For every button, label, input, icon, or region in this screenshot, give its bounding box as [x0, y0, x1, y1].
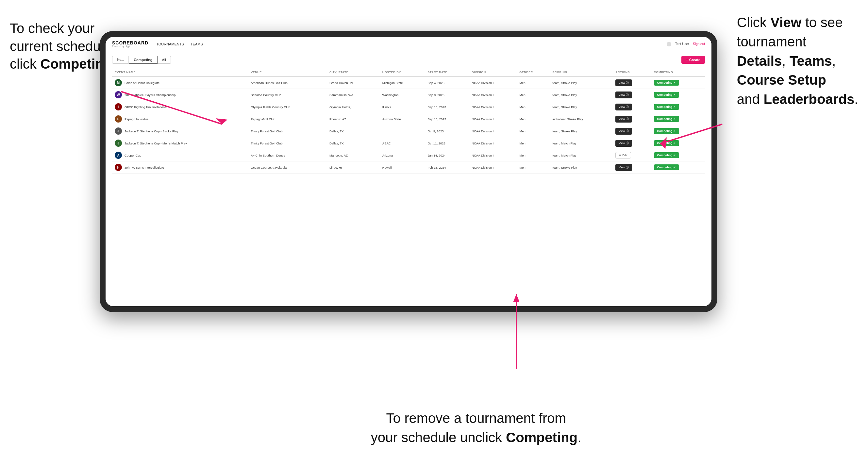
event-name-cell: A Copper Cup [112, 149, 248, 161]
event-name-cell: P Papago Individual [112, 113, 248, 125]
nav-link-tournaments[interactable]: TOURNAMENTS [156, 42, 184, 46]
event-name: 2023 Sahalee Players Championship [125, 93, 176, 97]
city-state-cell: Phoenix, AZ [327, 113, 380, 125]
col-hosted-by: HOSTED BY [380, 68, 425, 76]
view-button[interactable]: View ⓘ [615, 128, 632, 135]
competing-button[interactable]: Competing ✓ [654, 92, 679, 98]
hosted-by-cell: Washington [380, 89, 425, 101]
scoring-cell: team, Stroke Play [550, 89, 613, 101]
start-date-cell: Sep 15, 2023 [425, 101, 469, 113]
nav-link-teams[interactable]: TEAMS [190, 42, 203, 46]
brand-sub: Powered by clippi [112, 45, 148, 48]
view-button[interactable]: View ⓘ [615, 92, 632, 98]
user-icon [667, 42, 671, 46]
competing-button[interactable]: Competing ✓ [654, 164, 679, 170]
view-button[interactable]: View ⓘ [615, 116, 632, 123]
gender-cell: Men [517, 101, 550, 113]
city-state-cell: Maricopa, AZ [327, 149, 380, 161]
competing-button[interactable]: Competing ✓ [654, 104, 679, 110]
col-venue: VENUE [248, 68, 327, 76]
scoring-cell: team, Match Play [550, 137, 613, 149]
team-logo: I [115, 103, 122, 111]
nav-user: Test User [675, 42, 689, 46]
competing-cell: Competing ✓ [651, 161, 705, 174]
competing-button[interactable]: Competing ✓ [654, 116, 679, 122]
view-button[interactable]: View ⓘ [615, 80, 632, 86]
gender-cell: Men [517, 89, 550, 101]
division-cell: NCAA Division I [469, 89, 517, 101]
edit-button[interactable]: ✏ Edit [615, 152, 631, 158]
city-state-cell: Dallas, TX [327, 137, 380, 149]
annotation-bottom-bold: Competing [506, 430, 578, 445]
start-date-cell: Sep 9, 2023 [425, 89, 469, 101]
event-name-cell: I OFCC Fighting Illini Invitational [112, 101, 248, 113]
division-cell: NCAA Division I [469, 149, 517, 161]
venue-cell: Ocean Course At Hokuala [248, 161, 327, 174]
table-row: A Copper Cup Ak-Chin Southern DunesMaric… [112, 149, 705, 161]
nav-links: TOURNAMENTS TEAMS [156, 42, 667, 46]
view-button[interactable]: View ⓘ [615, 103, 632, 111]
competing-button[interactable]: Competing ✓ [654, 128, 679, 134]
brand-title: SCOREBOARD [112, 40, 148, 45]
competing-button[interactable]: Competing ✓ [654, 140, 679, 146]
division-cell: NCAA Division I [469, 76, 517, 89]
venue-cell: Ak-Chin Southern Dunes [248, 149, 327, 161]
team-logo: W [115, 91, 122, 98]
venue-cell: Olympia Fields Country Club [248, 101, 327, 113]
table-row: M Folds of Honor Collegiate American Dun… [112, 76, 705, 89]
annotation-top-right: Click View to see tournament Details, Te… [737, 13, 858, 109]
table-row: H John A. Burns Intercollegiate Ocean Co… [112, 161, 705, 174]
filter-tab-competing[interactable]: Competing [129, 56, 157, 64]
event-name-cell: J Jackson T. Stephens Cup - Stroke Play [112, 125, 248, 137]
gender-cell: Men [517, 161, 550, 174]
navbar: SCOREBOARD Powered by clippi TOURNAMENTS… [105, 37, 711, 51]
hosted-by-cell: Michigan State [380, 76, 425, 89]
create-button[interactable]: + Create [681, 56, 705, 64]
team-logo: H [115, 164, 122, 171]
start-date-cell: Sep 4, 2023 [425, 76, 469, 89]
view-button[interactable]: View ⓘ [615, 164, 632, 171]
event-name: Copper Cup [125, 154, 141, 157]
table-header: EVENT NAME VENUE CITY, STATE HOSTED BY S… [112, 68, 705, 76]
competing-button[interactable]: Competing ✓ [654, 80, 679, 86]
division-cell: NCAA Division I [469, 137, 517, 149]
team-logo: M [115, 79, 122, 86]
team-logo: P [115, 115, 122, 123]
scoring-cell: team, Stroke Play [550, 125, 613, 137]
start-date-cell: Oct 9, 2023 [425, 125, 469, 137]
col-event-name: EVENT NAME [112, 68, 248, 76]
annotation-tr-bold1: View [770, 15, 801, 30]
filter-tab-home[interactable]: Ho... [112, 56, 129, 64]
venue-cell: American Dunes Golf Club [248, 76, 327, 89]
nav-signout[interactable]: Sign out [693, 42, 705, 46]
event-name-cell: M Folds of Honor Collegiate [112, 76, 248, 89]
col-actions: ACTIONS [613, 68, 651, 76]
col-gender: GENDER [517, 68, 550, 76]
actions-cell: View ⓘ [613, 125, 651, 137]
col-start-date: START DATE [425, 68, 469, 76]
filter-tabs: Ho... Competing All [112, 56, 171, 64]
competing-cell: Competing ✓ [651, 149, 705, 161]
tablet-screen: SCOREBOARD Powered by clippi TOURNAMENTS… [105, 37, 711, 306]
scoreboard-brand: SCOREBOARD Powered by clippi [112, 40, 148, 48]
venue-cell: Trinity Forest Golf Club [248, 125, 327, 137]
event-name-cell: H John A. Burns Intercollegiate [112, 161, 248, 174]
competing-cell: Competing ✓ [651, 113, 705, 125]
filter-tab-all[interactable]: All [157, 56, 171, 64]
competing-button[interactable]: Competing ✓ [654, 152, 679, 158]
event-name: Papago Individual [125, 117, 149, 121]
view-button[interactable]: View ⓘ [615, 140, 632, 147]
gender-cell: Men [517, 137, 550, 149]
event-name: Jackson T. Stephens Cup - Stroke Play [125, 129, 179, 133]
hosted-by-cell: Arizona [380, 149, 425, 161]
annotation-tr-bold4: Course Setup [737, 72, 826, 88]
filter-row: Ho... Competing All + Create [112, 56, 705, 64]
actions-cell: ✏ Edit [613, 149, 651, 161]
annotation-tr-bold5: Leaderboards [764, 92, 855, 107]
city-state-cell: Grand Haven, MI [327, 76, 380, 89]
hosted-by-cell: ABAC [380, 137, 425, 149]
event-name: John A. Burns Intercollegiate [125, 166, 164, 169]
gender-cell: Men [517, 76, 550, 89]
competing-cell: Competing ✓ [651, 137, 705, 149]
team-logo: A [115, 152, 122, 159]
